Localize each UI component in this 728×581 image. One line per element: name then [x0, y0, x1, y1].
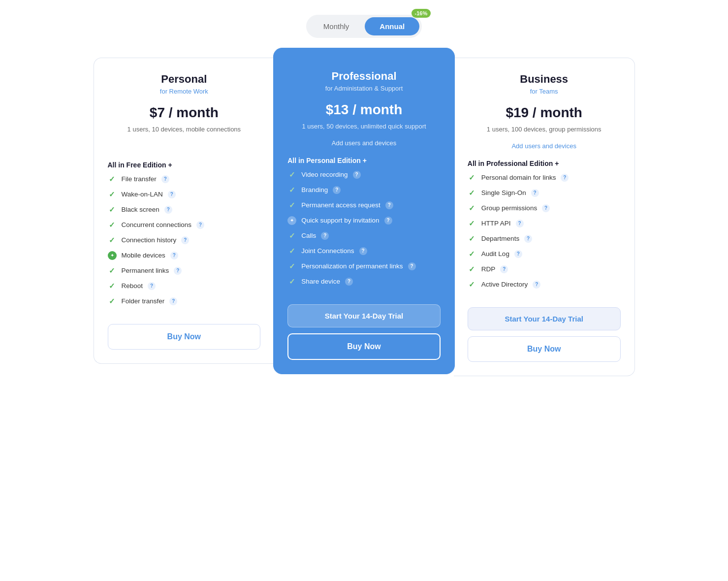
check-icon: ✓: [108, 190, 117, 199]
professional-add-users[interactable]: Add users and devices: [287, 139, 441, 147]
info-icon[interactable]: ?: [168, 191, 176, 198]
plan-personal-subtitle: for Remote Work: [108, 88, 261, 95]
feature-text: Single Sign-On: [481, 189, 526, 196]
toggle-annual[interactable]: Annual: [365, 17, 419, 35]
info-icon[interactable]: ?: [384, 217, 392, 225]
info-icon[interactable]: ?: [561, 174, 569, 182]
feature-text: Quick support by invitation: [301, 217, 379, 224]
plan-personal: Personal for Remote Work $7 / month 1 us…: [94, 58, 275, 364]
info-icon[interactable]: ?: [353, 171, 361, 179]
feature-text: HTTP API: [481, 220, 511, 227]
feature-text: Black screen: [122, 206, 159, 213]
professional-buy-button[interactable]: Buy Now: [287, 333, 441, 360]
feature-text: Active Directory: [481, 281, 528, 288]
info-icon[interactable]: ?: [345, 278, 353, 286]
info-icon[interactable]: ?: [531, 189, 539, 197]
info-icon[interactable]: ?: [516, 220, 524, 227]
discount-badge: -16%: [411, 9, 431, 18]
list-item: ✓ Share device ?: [287, 277, 441, 286]
info-icon[interactable]: ?: [500, 265, 508, 273]
check-icon: ✓: [468, 265, 476, 274]
feature-text: Audit Log: [481, 250, 509, 258]
list-item: ✓ Concurrent connections ?: [108, 221, 261, 229]
feature-text: Connection history: [122, 236, 177, 244]
check-icon: ✓: [468, 189, 476, 197]
personal-buy-button[interactable]: Buy Now: [108, 324, 261, 350]
business-add-users[interactable]: Add users and devices: [468, 142, 621, 150]
plan-professional-features-header: All in Personal Edition +: [287, 157, 441, 164]
check-icon: ✓: [287, 262, 296, 271]
info-icon[interactable]: ?: [170, 252, 178, 259]
info-icon[interactable]: ?: [385, 201, 393, 209]
business-buy-button[interactable]: Buy Now: [468, 336, 621, 362]
plan-professional-subtitle: for Administation & Support: [287, 85, 441, 92]
toggle-pill: Monthly Annual: [306, 15, 422, 38]
feature-text: Video recording: [301, 171, 348, 178]
info-icon[interactable]: ?: [321, 232, 329, 240]
plan-professional-feature-list: ✓ Video recording ? ✓ Branding ? ✓ Perma…: [287, 170, 441, 292]
info-icon[interactable]: ?: [161, 175, 169, 183]
feature-text: Folder transfer: [122, 297, 165, 305]
toggle-monthly[interactable]: Monthly: [309, 17, 364, 35]
info-icon[interactable]: ?: [174, 267, 182, 275]
info-icon[interactable]: ?: [408, 262, 416, 270]
check-icon: ✓: [468, 204, 476, 213]
billing-toggle[interactable]: Monthly Annual -16%: [306, 15, 422, 38]
check-icon: ✓: [468, 234, 476, 243]
info-icon[interactable]: ?: [333, 186, 341, 194]
list-item: ✓ Personalization of permanent links ?: [287, 262, 441, 271]
info-icon[interactable]: ?: [164, 206, 172, 214]
list-item: ✓ Folder transfer ?: [108, 297, 261, 306]
check-icon: ✓: [108, 236, 117, 245]
list-item: ✓ Permanent links ?: [108, 266, 261, 275]
feature-text: Share device: [301, 278, 340, 285]
check-icon: ✓: [287, 186, 296, 194]
check-icon: ✦: [287, 216, 296, 225]
feature-text: Mobile devices: [122, 252, 165, 259]
business-trial-button[interactable]: Start Your 14-Day Trial: [468, 307, 621, 330]
check-icon: ✓: [108, 266, 117, 275]
check-icon: ✓: [468, 250, 476, 258]
plan-business-feature-list: ✓ Personal domain for links ? ✓ Single S…: [468, 173, 621, 295]
info-icon[interactable]: ?: [514, 250, 522, 258]
check-icon: ✓: [108, 221, 117, 229]
info-icon[interactable]: ?: [148, 282, 156, 290]
list-item: ✦ Quick support by invitation ?: [287, 216, 441, 225]
info-icon[interactable]: ?: [542, 204, 550, 212]
list-item: ✓ Departments ?: [468, 234, 621, 243]
feature-text: Permanent links: [122, 267, 169, 274]
plan-business-desc: 1 users, 100 devices, group permissions: [468, 125, 621, 134]
info-icon[interactable]: ?: [524, 235, 532, 243]
feature-text: Joint Connections: [301, 247, 354, 255]
plan-professional: Professional for Administation & Support…: [273, 48, 455, 374]
info-icon[interactable]: ?: [533, 281, 540, 289]
plan-professional-desc: 1 users, 50 devices, unlimited quick sup…: [287, 122, 441, 131]
info-icon[interactable]: ?: [169, 297, 177, 305]
feature-text: Personalization of permanent links: [301, 262, 403, 270]
list-item: ✓ Connection history ?: [108, 236, 261, 245]
feature-text: RDP: [481, 265, 496, 273]
feature-text: Concurrent connections: [122, 221, 192, 228]
plan-professional-price: $13 / month: [287, 102, 441, 118]
list-item: ✓ Calls ?: [287, 231, 441, 240]
plan-professional-name: Professional: [287, 70, 441, 83]
info-icon[interactable]: ?: [181, 236, 189, 244]
list-item: ✓ RDP ?: [468, 265, 621, 274]
list-item: ✓ Branding ?: [287, 186, 441, 194]
check-icon: ✓: [108, 297, 117, 306]
info-icon[interactable]: ?: [359, 247, 367, 255]
professional-trial-button[interactable]: Start Your 14-Day Trial: [287, 304, 441, 327]
list-item: ✓ Wake-on-LAN ?: [108, 190, 261, 199]
feature-text: Personal domain for links: [481, 174, 556, 181]
info-icon[interactable]: ?: [196, 221, 204, 229]
feature-text: Permanent access request: [301, 201, 380, 209]
list-item: ✦ Mobile devices ?: [108, 251, 261, 260]
feature-text: Reboot: [122, 282, 143, 290]
plan-personal-feature-list: ✓ File transfer ? ✓ Wake-on-LAN ? ✓ Blac…: [108, 175, 261, 312]
plan-personal-price: $7 / month: [108, 105, 261, 121]
plan-business-name: Business: [468, 73, 621, 86]
check-icon: ✓: [287, 201, 296, 210]
check-icon: ✓: [468, 219, 476, 228]
check-icon: ✓: [287, 277, 296, 286]
feature-text: Wake-on-LAN: [122, 191, 163, 198]
